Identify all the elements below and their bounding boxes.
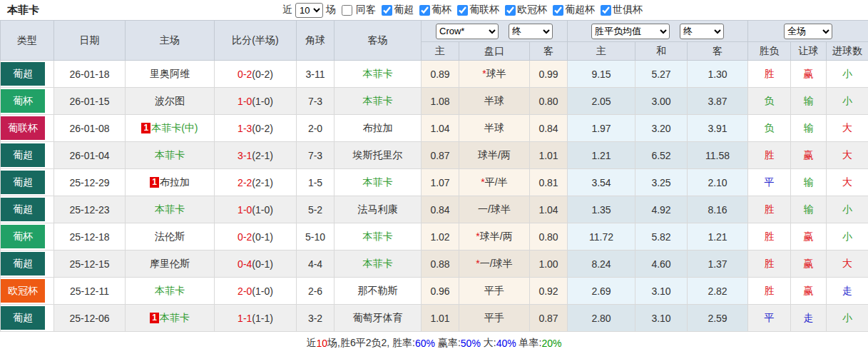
avg-home-odds: 2.69 [591,285,611,297]
summary-segment: 40% [496,338,516,349]
score-halftime: (2-1) [252,177,273,188]
league-type-cell: 葡联杯 [1,115,54,142]
home-team-name: 本菲卡 [155,285,185,296]
league-checkbox[interactable] [553,5,563,16]
corners-cell: 5-10 [297,223,335,251]
home-team-cell: 1本菲卡 [126,305,215,332]
result-text: 平 [765,176,775,188]
match-date-cell: 25-12-11 [54,278,126,305]
league-checkbox[interactable] [457,5,468,16]
match-date-cell: 25-12-06 [54,305,126,332]
league-badge: 葡超 [1,252,45,275]
result-text: 平 [765,312,775,323]
subcol-avg-draw: 和 [635,42,688,61]
corners-value: 3-11 [306,69,325,80]
away-team-name: 埃斯托里尔 [353,149,403,161]
score-cell: 0-4(0-1) [215,251,297,278]
league-checkbox[interactable] [419,5,430,16]
handicap-odds-away: 0.81 [538,177,558,188]
subcol-goals: 进球数 [827,42,868,61]
home-rank-badge: 1 [150,177,159,188]
handicap-odds-home-cell: 0.88 [422,251,459,278]
summary-segment: 场,胜6平2负2, 胜率: [327,337,415,349]
subcol-result: 胜负 [748,42,791,61]
odds-stage-select[interactable]: 终 [509,24,553,39]
result-text: 胜 [765,149,775,161]
score-cell: 0-2(0-1) [215,223,297,251]
subcol-handicap-result: 让球 [791,42,827,61]
avg-home-cell: 8.24 [568,251,635,278]
league-badge: 葡超 [1,306,45,330]
league-checkbox[interactable] [382,5,392,16]
avg-draw-odds: 3.10 [651,313,670,324]
match-row: 葡超26-01-04本菲卡3-1(2-1)7-3埃斯托里尔0.87球半/两1.0… [1,142,868,169]
match-date: 26-01-18 [69,69,109,80]
home-rank-badge: 1 [150,313,159,323]
avg-home-cell: 3.54 [568,169,635,196]
home-team-name: 本菲卡 [160,312,190,323]
league-filter-ouguanbei[interactable]: 欧冠杯 [502,4,547,16]
avg-odds-select[interactable]: 胜平负均值 [591,24,670,39]
league-filter-puchaobei[interactable]: 葡超杯 [550,4,595,16]
league-filter-puchao[interactable]: 葡超 [379,4,414,16]
score-halftime: (1-0) [252,285,273,297]
match-row: 葡杯26-01-15波尔图1-0(1-0)7-3本菲卡1.08半球0.802.0… [1,88,868,115]
league-filter-shijubei[interactable]: 世俱杯 [598,4,643,16]
away-team-name: 本菲卡 [363,231,393,242]
league-filter-pubei[interactable]: 葡杯 [417,4,451,16]
match-row: 葡超25-12-291布拉加2-2(2-1)1-5本菲卡1.07*平/半0.81… [1,169,868,196]
page-title: 本菲卡 [7,4,39,17]
handicap-line: 半球 [484,122,504,133]
league-checkbox[interactable] [505,5,516,16]
summary-segment: 10 [317,338,328,349]
handicap-odds-home-cell: 1.08 [422,88,459,115]
avg-away-odds: 11.58 [705,150,730,161]
goals-result-cell: 小 [827,196,868,223]
handicap-odds-away: 0.80 [538,231,558,243]
summary-segment: 近 [307,337,317,349]
result-cell: 胜 [748,196,791,223]
match-row: 葡超25-12-061本菲卡1-1(1-1)3-2葡萄牙体育1.01平手0.87… [1,305,868,332]
match-row: 葡杯25-12-18法伦斯0-2(0-1)5-10本菲卡1.02*球半/两0.8… [1,223,868,251]
goals-result-cell: 小 [827,305,868,332]
handicap-odds-away: 0.87 [538,313,558,324]
league-badge: 葡超 [1,62,45,86]
avg-draw-odds: 3.20 [651,123,670,134]
goals-result-cell: 走 [827,278,868,305]
avg-away-odds: 2.82 [708,285,727,297]
home-team-cell: 本菲卡 [126,278,215,305]
summary-segment: 60% [415,338,435,349]
handicap-line: 一/球半 [478,203,511,215]
handicap-result-cell: 输 [791,196,827,223]
result-text: 负 [765,122,775,133]
away-team-cell: 本菲卡 [335,251,422,278]
odds-provider-select[interactable]: Crow* [436,24,499,39]
same-away-checkbox[interactable] [342,5,352,16]
recent-count-select[interactable]: 10 [295,3,323,18]
avg-stage-select[interactable]: 终 [680,24,724,39]
league-filter-pulianbei[interactable]: 葡联杯 [454,4,499,16]
corners-value: 2-6 [308,285,322,297]
goals-result-cell: 大 [827,115,868,142]
avg-draw-odds: 3.25 [651,177,670,188]
match-date: 25-12-18 [69,231,109,243]
goals-result-cell: 大 [827,251,868,278]
avg-away-odds: 1.37 [708,258,727,270]
handicap-result-text: 赢 [804,149,814,161]
handicap-odds-away: 0.92 [538,285,558,297]
result-text: 负 [765,95,775,106]
match-date: 25-12-11 [70,285,109,297]
match-date: 26-01-08 [69,123,109,134]
league-checkbox[interactable] [601,5,611,16]
result-cell: 平 [748,305,791,332]
match-date: 25-12-06 [69,313,109,324]
handicap-odds-home: 1.04 [430,123,449,134]
top-toolbar: 本菲卡 近 10 场 同客 葡超 葡杯 葡联杯 欧冠杯 葡超杯 世俱杯 [0,0,868,20]
home-team-name: 波尔图 [155,95,185,106]
subcol-odds-away: 客 [530,42,568,61]
scope-select[interactable]: 全场 [784,24,832,39]
home-team-name: 布拉加 [160,176,190,188]
handicap-odds-home: 0.84 [430,204,449,216]
score-fulltime: 0-4 [238,258,252,270]
away-team-name: 本菲卡 [363,68,393,79]
